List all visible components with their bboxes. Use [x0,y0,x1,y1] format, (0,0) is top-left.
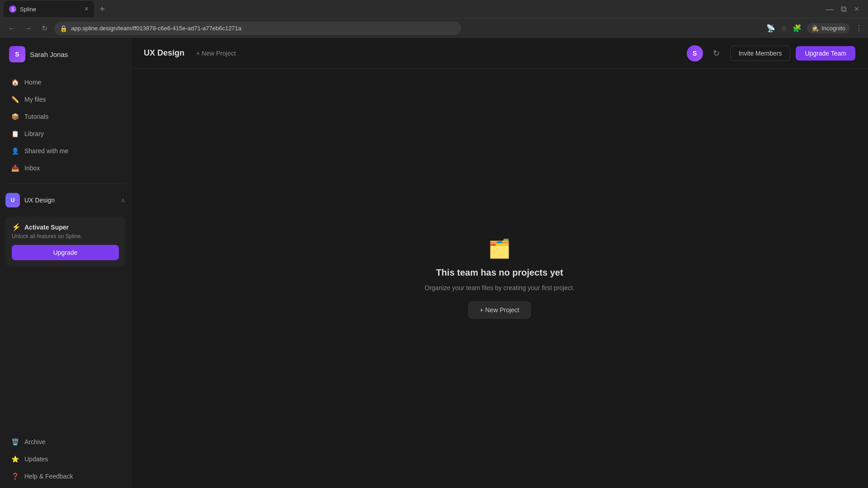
upgrade-team-button[interactable]: Upgrade Team [796,46,855,61]
chevron-up-icon[interactable]: ∧ [121,197,125,204]
reload-button[interactable]: ↻ [38,22,51,35]
library-icon: 📋 [11,130,19,138]
navigation-bar: ← → ↻ 🔒 app.spline.design/team/ff013878-… [0,18,868,38]
team-avatar: U [5,193,20,207]
user-profile-header[interactable]: S Sarah Jonas [0,38,131,70]
incognito-icon: 🕵 [811,25,819,32]
shared-icon: 👤 [11,147,19,155]
user-name: Sarah Jonas [30,51,68,58]
upgrade-description: Unlock all features on Spline. [12,233,119,239]
sidebar-item-label: Shared with me [24,147,68,155]
avatar-initials: S [15,51,19,58]
forward-button[interactable]: → [22,22,34,35]
sidebar-item-archive[interactable]: 🗑️ Archive [5,434,125,450]
back-button[interactable]: ← [5,22,18,35]
main-nav: 🏠 Home ✏️ My files 📦 Tutorials 📋 Library… [0,70,131,180]
sidebar-item-shared-with-me[interactable]: 👤 Shared with me [5,143,125,159]
screen-cast-icon[interactable]: 📡 [766,24,775,33]
project-title: UX Design [144,48,184,58]
new-project-header-label: + New Project [196,50,236,57]
empty-state-description: Organize your team files by creating you… [425,284,574,291]
refresh-icon-button[interactable]: ↻ [708,45,725,61]
tab-favicon: S [9,5,16,13]
help-icon: ❓ [11,472,19,480]
new-project-empty-button[interactable]: + New Project [468,301,531,319]
archive-icon: 🗑️ [11,438,19,446]
incognito-label: Incognito [821,25,845,32]
nav-actions: 📡 ☆ 🧩 🕵 Incognito ⋮ [766,23,863,33]
upgrade-title: ⚡ Activate Super [12,223,119,231]
main-content: UX Design + New Project S ↻ Invite Membe… [131,38,868,488]
header-actions: S ↻ Invite Members Upgrade Team [687,45,855,61]
restore-button[interactable]: ⧉ [841,5,847,14]
team-initials: U [11,197,15,203]
upgrade-card: ⚡ Activate Super Unlock all features on … [5,216,125,267]
upgrade-button[interactable]: Upgrade [12,245,119,260]
sidebar-item-label: Updates [24,455,48,463]
empty-state-title: This team has no projects yet [436,267,563,278]
sidebar-item-label: Archive [24,438,46,446]
team-section: U UX Design ∧ [0,188,131,211]
sidebar: S Sarah Jonas 🏠 Home ✏️ My files 📦 Tutor… [0,38,131,488]
secure-icon: 🔒 [60,25,67,32]
sidebar-item-my-files[interactable]: ✏️ My files [5,91,125,108]
bookmark-icon[interactable]: ☆ [781,24,787,33]
window-controls: — ⧉ × [826,5,864,14]
sidebar-item-home[interactable]: 🏠 Home [5,74,125,90]
sidebar-item-tutorials[interactable]: 📦 Tutorials [5,108,125,125]
tab-label: Spline [20,6,36,13]
more-options-icon[interactable]: ⋮ [855,24,863,33]
active-tab[interactable]: S Spline × [4,1,94,17]
tab-bar: S Spline × + — ⧉ × [0,0,868,18]
new-tab-button[interactable]: + [96,3,108,15]
minimize-button[interactable]: — [826,5,834,14]
team-header[interactable]: U UX Design ∧ [5,193,125,207]
avatar: S [9,46,25,62]
invite-members-button[interactable]: Invite Members [730,46,791,61]
sidebar-item-updates[interactable]: ⭐ Updates [5,451,125,467]
sidebar-item-help[interactable]: ❓ Help & Feedback [5,468,125,484]
header-user-avatar[interactable]: S [687,45,703,61]
tutorials-icon: 📦 [11,113,19,121]
lightning-icon: ⚡ [12,223,21,231]
extensions-icon[interactable]: 🧩 [793,24,802,33]
edit-icon: ✏️ [11,95,19,103]
sidebar-item-library[interactable]: 📋 Library [5,126,125,142]
team-name: UX Design [24,197,55,204]
inbox-icon: 📥 [11,164,19,172]
sidebar-item-label: Tutorials [24,113,48,120]
sidebar-item-label: Inbox [24,164,40,172]
incognito-profile[interactable]: 🕵 Incognito [807,23,850,33]
sidebar-item-inbox[interactable]: 📥 Inbox [5,160,125,176]
sidebar-bottom-nav: 🗑️ Archive ⭐ Updates ❓ Help & Feedback [0,430,131,488]
new-project-header-button[interactable]: + New Project [192,47,241,60]
divider [5,183,125,184]
folder-icon: 🗂️ [488,238,511,259]
upgrade-title-text: Activate Super [24,224,69,231]
address-bar[interactable]: 🔒 app.spline.design/team/ff013878-c6e6-4… [54,22,461,35]
home-icon: 🏠 [11,78,19,86]
sidebar-item-label: Help & Feedback [24,473,73,480]
url-text: app.spline.design/team/ff013878-c6e6-415… [71,25,241,32]
sidebar-item-label: Home [24,79,41,86]
app-container: S Sarah Jonas 🏠 Home ✏️ My files 📦 Tutor… [0,38,868,488]
sidebar-item-label: Library [24,130,44,137]
close-window-button[interactable]: × [854,5,859,14]
header-avatar-initials: S [693,50,697,57]
updates-icon: ⭐ [11,455,19,463]
sidebar-item-label: My files [24,96,46,103]
empty-state: 🗂️ This team has no projects yet Organiz… [131,69,868,488]
main-header: UX Design + New Project S ↻ Invite Membe… [131,38,868,69]
tab-close-button[interactable]: × [85,5,89,13]
browser-chrome: S Spline × + — ⧉ × ← → ↻ 🔒 app.spline.de… [0,0,868,38]
